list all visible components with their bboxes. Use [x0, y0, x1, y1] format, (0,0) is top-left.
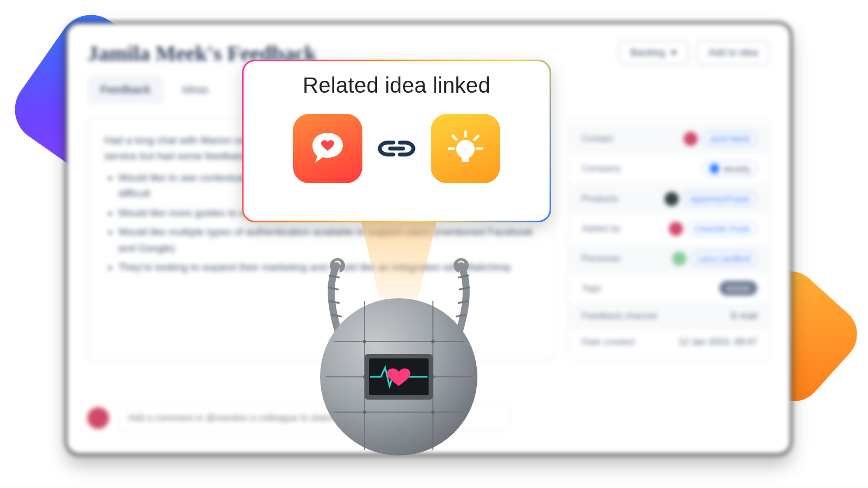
company-logo-icon	[710, 164, 719, 174]
chain-link-icon	[378, 137, 416, 160]
tab-ideas[interactable]: Ideas	[169, 76, 221, 104]
meta-label: Personas	[582, 253, 621, 264]
meta-row-personas: Personas Larry Landlord	[570, 243, 769, 273]
meta-row-channel: Feedback channel E-mail	[570, 303, 769, 329]
svg-rect-7	[462, 157, 469, 162]
meta-row-added-by: Added by Charlotte Poole	[570, 214, 769, 243]
caret-down-icon	[671, 51, 677, 55]
tab-feedback[interactable]: Feedback	[87, 76, 163, 104]
svg-line-2	[453, 136, 456, 139]
svg-point-21	[363, 410, 366, 414]
tag-chip[interactable]: Mobile	[719, 281, 757, 296]
svg-point-22	[431, 410, 435, 414]
avatar	[672, 252, 686, 266]
backlog-dropdown[interactable]: Backlog	[618, 41, 689, 65]
meta-label: Date created	[582, 337, 634, 348]
meta-label: Company	[582, 163, 621, 174]
user-chip[interactable]: Charlotte Poole	[687, 221, 757, 236]
product-icon	[665, 192, 679, 206]
metadata-panel: Contact Jamil Meek Company Workify Produ…	[569, 118, 770, 361]
meta-row-company: Company Workify	[570, 153, 769, 184]
date-value: 12 Jan 2023, 09:47	[678, 337, 757, 348]
meta-row-tags: Tags Mobile	[570, 273, 769, 303]
channel-value: E-mail	[731, 311, 757, 322]
avatar	[669, 222, 683, 236]
add-to-idea-button[interactable]: Add to idea	[697, 41, 770, 65]
svg-line-3	[475, 136, 478, 139]
speech-heart-icon	[293, 114, 362, 183]
product-chip[interactable]: ApartmentTrackr	[683, 191, 757, 206]
meta-label: Tags	[582, 283, 601, 294]
contact-chip[interactable]: Jamil Meek	[702, 131, 757, 146]
current-user-avatar	[87, 407, 109, 429]
company-chip[interactable]: Workify	[703, 161, 757, 176]
svg-point-17	[363, 340, 366, 343]
meta-label: Added by	[582, 223, 621, 234]
backlog-label: Backlog	[630, 47, 665, 59]
meta-label: Products	[582, 194, 618, 204]
lightbulb-icon	[431, 114, 500, 183]
meta-label: Feedback channel	[582, 311, 657, 322]
svg-point-6	[456, 140, 475, 158]
svg-point-18	[431, 340, 435, 343]
meta-row-contact: Contact Jamil Meek	[570, 124, 769, 153]
robot-icon	[304, 233, 494, 472]
persona-chip[interactable]: Larry Landlord	[691, 251, 757, 266]
related-idea-toast: Related idea linked	[242, 60, 551, 222]
toast-title: Related idea linked	[303, 73, 490, 98]
meta-label: Contact	[582, 133, 614, 144]
meta-row-date: Date created 12 Jan 2023, 09:47	[570, 329, 769, 355]
meta-row-products: Products ApartmentTrackr	[570, 184, 769, 214]
avatar	[684, 132, 698, 146]
